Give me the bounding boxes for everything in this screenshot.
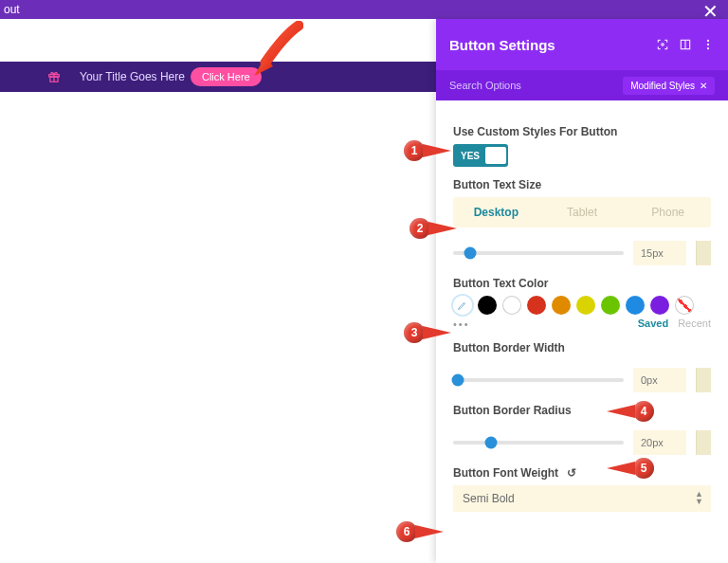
swatch-picker[interactable] [453,296,472,315]
panel-body: Use Custom Styles For Button YES Button … [436,100,728,563]
swatch-orange[interactable] [552,296,571,315]
toggle-value: YES [455,151,485,161]
chevron-updown-icon: ▲▼ [695,490,703,505]
slider-border-width[interactable] [453,378,624,382]
panel-header: Button Settings [436,19,728,70]
slider-border-radius[interactable] [453,441,624,445]
slider-thumb[interactable] [464,247,477,260]
svg-point-6 [707,44,709,45]
swatch-yellow[interactable] [576,296,595,315]
slider-thumb[interactable] [452,374,464,387]
label-border-width: Button Border Width [453,341,711,354]
value-text-size[interactable]: 15px [633,241,686,265]
panel-title: Button Settings [449,37,646,53]
promo-cta-button[interactable]: Click Here [191,67,262,86]
svg-point-7 [707,47,709,49]
value-border-width[interactable]: 0px [633,368,686,392]
topbar-fragment: out [4,3,20,16]
device-tabs: Desktop Tablet Phone [453,197,711,227]
label-border-radius: Button Border Radius [453,404,711,417]
slider-thumb[interactable] [484,437,497,449]
search-input[interactable]: Search Options [449,80,623,91]
swatch-black[interactable] [478,296,497,315]
promo-title: Your Title Goes Here [80,70,185,83]
swatch-purple[interactable] [650,296,669,315]
swatch-none[interactable] [675,296,694,315]
gift-icon [47,70,61,83]
app-topbar: out [0,0,728,19]
modified-styles-chip[interactable]: Modified Styles ✕ [623,77,715,95]
modified-styles-label: Modified Styles [630,81,695,91]
swatch-white[interactable] [502,296,521,315]
svg-point-5 [707,40,709,42]
settings-panel: Button Settings Search Options Modified … [436,19,728,563]
tab-tablet[interactable]: Tablet [539,197,626,227]
kebab-icon[interactable] [701,38,715,51]
stepper-text-size[interactable] [696,241,711,265]
swatch-more-icon[interactable]: ••• [453,318,470,330]
svg-point-2 [662,44,664,45]
swatch-red[interactable] [527,296,546,315]
toggle-custom-styles[interactable]: YES [453,144,508,167]
swatch-saved-link[interactable]: Saved [638,318,668,329]
toggle-knob [485,147,506,164]
label-font-weight: Button Font Weight ↺ [453,466,711,480]
reset-icon[interactable]: ↺ [567,466,576,480]
focus-icon[interactable] [656,38,669,51]
swatch-recent-link[interactable]: Recent [678,318,711,329]
stepper-border-radius[interactable] [696,430,711,455]
value-border-radius[interactable]: 20px [633,430,686,455]
tab-desktop[interactable]: Desktop [453,197,539,227]
swatch-green[interactable] [601,296,620,315]
label-text-size: Button Text Size [453,178,711,191]
swatch-blue[interactable] [626,296,645,315]
expand-icon[interactable] [679,38,692,51]
chip-close-icon[interactable]: ✕ [700,81,707,91]
select-value: Semi Bold [463,492,515,505]
color-swatches [453,296,711,315]
panel-subheader: Search Options Modified Styles ✕ [436,70,728,100]
select-font-weight[interactable]: Semi Bold ▲▼ [453,485,711,512]
label-text-color: Button Text Color [453,277,711,290]
stepper-border-width[interactable] [696,368,711,392]
tab-phone[interactable]: Phone [625,197,711,227]
label-custom-styles: Use Custom Styles For Button [453,125,711,138]
slider-text-size[interactable] [453,251,624,255]
